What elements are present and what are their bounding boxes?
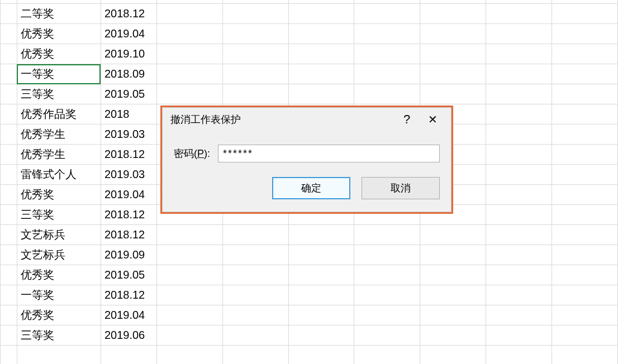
cell[interactable] [288,305,354,325]
cell[interactable] [288,346,354,365]
cell[interactable] [222,265,288,285]
cell[interactable] [1,64,17,84]
cell[interactable] [552,124,618,145]
cell[interactable] [552,44,618,64]
cell[interactable] [222,225,288,245]
cell[interactable] [486,124,552,145]
table-row[interactable]: 二等奖2018.12 [1,4,618,24]
cell[interactable]: 2019.06 [101,325,156,346]
cell[interactable] [354,305,420,325]
cell[interactable] [1,285,17,305]
cell[interactable] [222,305,288,325]
cell[interactable] [354,325,420,346]
cell[interactable] [552,104,618,124]
cell[interactable] [486,44,552,64]
cell[interactable] [486,185,552,205]
cell[interactable] [156,285,222,305]
cell[interactable] [354,346,420,365]
ok-button[interactable]: 确定 [272,177,350,199]
cell[interactable] [101,346,156,365]
password-input[interactable] [218,145,440,162]
cell[interactable] [486,104,552,124]
cell[interactable]: 2019.03 [101,165,156,185]
cell[interactable] [354,24,420,44]
cell[interactable] [288,4,354,24]
table-row[interactable]: 三等奖2019.06 [1,325,618,346]
cell[interactable] [288,24,354,44]
cell[interactable]: 优秀奖 [17,305,101,325]
cell[interactable] [222,285,288,305]
cell[interactable] [354,285,420,305]
cell[interactable] [1,346,17,365]
cell[interactable]: 优秀学生 [17,124,101,145]
table-row[interactable]: 文艺标兵2019.09 [1,245,618,265]
cell[interactable]: 优秀学生 [17,145,101,165]
cell[interactable] [1,104,17,124]
cell[interactable] [288,325,354,346]
cell[interactable] [1,84,17,104]
cell[interactable] [1,24,17,44]
cancel-button[interactable]: 取消 [362,177,440,199]
cell[interactable] [1,165,17,185]
cell[interactable]: 2019.09 [101,245,156,265]
cell[interactable] [156,84,222,104]
cell[interactable] [420,64,486,84]
table-row[interactable]: 文艺标兵2018.12 [1,225,618,245]
cell[interactable] [1,4,17,24]
cell[interactable] [288,245,354,265]
cell[interactable] [552,64,618,84]
cell[interactable]: 2019.04 [101,185,156,205]
cell[interactable] [552,84,618,104]
cell[interactable] [288,225,354,245]
table-row[interactable]: 一等奖2018.09 [1,64,618,84]
cell[interactable] [1,205,17,225]
cell[interactable] [552,245,618,265]
cell[interactable] [222,24,288,44]
cell[interactable] [486,305,552,325]
cell[interactable] [1,225,17,245]
table-row[interactable] [1,346,618,365]
cell[interactable]: 雷锋式个人 [17,165,101,185]
cell[interactable] [486,4,552,24]
cell[interactable]: 2018.12 [101,225,156,245]
cell[interactable]: 优秀作品奖 [17,104,101,124]
cell[interactable] [420,245,486,265]
cell[interactable] [486,205,552,225]
cell[interactable]: 优秀奖 [17,185,101,205]
table-row[interactable]: 优秀奖2019.04 [1,305,618,325]
table-row[interactable]: 三等奖2019.05 [1,84,618,104]
table-row[interactable]: 优秀奖2019.05 [1,265,618,285]
cell[interactable] [552,285,618,305]
cell[interactable]: 文艺标兵 [17,245,101,265]
cell[interactable] [486,346,552,365]
cell[interactable]: 2018.12 [101,4,156,24]
cell[interactable] [354,265,420,285]
cell[interactable] [354,245,420,265]
cell[interactable] [354,64,420,84]
cell[interactable] [1,245,17,265]
cell[interactable] [156,24,222,44]
cell[interactable] [486,145,552,165]
cell[interactable] [156,346,222,365]
cell[interactable]: 优秀奖 [17,24,101,44]
cell[interactable] [288,265,354,285]
cell[interactable] [420,4,486,24]
cell[interactable] [1,145,17,165]
cell[interactable]: 优秀奖 [17,44,101,64]
cell[interactable]: 2018.12 [101,285,156,305]
cell[interactable] [288,84,354,104]
cell[interactable] [552,305,618,325]
cell[interactable] [552,165,618,185]
cell[interactable] [420,305,486,325]
cell[interactable] [552,325,618,346]
cell[interactable]: 三等奖 [17,325,101,346]
cell[interactable] [156,325,222,346]
cell[interactable]: 三等奖 [17,84,101,104]
cell[interactable]: 2019.03 [101,124,156,145]
cell[interactable] [354,225,420,245]
cell[interactable] [1,44,17,64]
cell[interactable] [486,24,552,44]
cell[interactable]: 2018.12 [101,145,156,165]
cell[interactable] [1,185,17,205]
cell[interactable] [552,4,618,24]
